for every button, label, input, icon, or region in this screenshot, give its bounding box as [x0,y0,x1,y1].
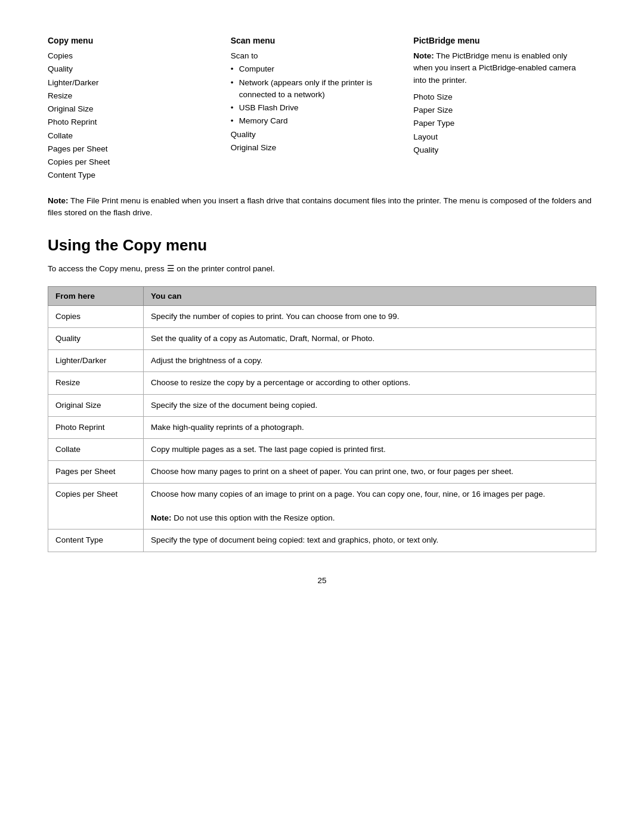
list-item: Copies per Sheet [48,156,219,168]
copy-menu-table: From here You can Copies Specify the num… [48,286,596,552]
top-menu-section: Copy menu Copies Quality Lighter/Darker … [48,36,596,183]
intro-text: To access the Copy menu, press ☰ on the … [48,263,596,275]
list-item: Quality [231,129,402,141]
table-row: Content Type Specify the type of documen… [48,529,596,552]
table-cell-from: Lighter/Darker [48,350,144,372]
scan-menu-title: Scan menu [231,36,402,45]
table-cell-you-can: Adjust the brightness of a copy. [144,350,596,372]
table-cell-from: Copies per Sheet [48,483,144,529]
table-cell-from: Collate [48,439,144,461]
table-row: Copies per Sheet Choose how many copies … [48,483,596,529]
list-item: Quality [413,144,584,156]
list-item: Memory Card [231,115,402,127]
list-item: Content Type [48,169,219,181]
table-cell-you-can: Specify the size of the document being c… [144,394,596,416]
copy-menu-col: Copy menu Copies Quality Lighter/Darker … [48,36,231,183]
table-cell-you-can: Specify the number of copies to print. Y… [144,305,596,327]
table-cell-from: Photo Reprint [48,416,144,438]
table-header-from: From here [48,286,144,305]
list-item: Quality [48,63,219,75]
list-item: Photo Reprint [48,116,219,128]
table-header-you-can: You can [144,286,596,305]
list-item: Scan to [231,50,402,62]
table-cell-you-can: Set the quality of a copy as Automatic, … [144,327,596,349]
copy-menu-title: Copy menu [48,36,219,45]
list-item: Collate [48,130,219,142]
table-cell-from: Resize [48,372,144,394]
list-item: Layout [413,131,584,143]
list-item: Pages per Sheet [48,143,219,155]
table-row: Original Size Specify the size of the do… [48,394,596,416]
table-row: Collate Copy multiple pages as a set. Th… [48,439,596,461]
file-print-note: Note: The File Print menu is enabled whe… [48,195,596,220]
table-row: Quality Set the quality of a copy as Aut… [48,327,596,349]
table-cell-you-can: Choose how many copies of an image to pr… [144,483,596,529]
list-item: Lighter/Darker [48,77,219,89]
table-row: Resize Choose to resize the copy by a pe… [48,372,596,394]
table-row: Pages per Sheet Choose how many pages to… [48,461,596,483]
table-cell-from: Original Size [48,394,144,416]
table-row: Lighter/Darker Adjust the brightness of … [48,350,596,372]
table-row: Copies Specify the number of copies to p… [48,305,596,327]
table-cell-you-can: Choose to resize the copy by a percentag… [144,372,596,394]
list-item: Copies [48,50,219,62]
table-cell-you-can: Specify the type of document being copie… [144,529,596,552]
table-cell-from: Copies [48,305,144,327]
table-cell-you-can: Copy multiple pages as a set. The last p… [144,439,596,461]
list-item: Resize [48,90,219,102]
pictbridge-note: Note: The PictBridge menu is enabled onl… [413,50,584,86]
pictbridge-menu-list: Photo Size Paper Size Paper Type Layout … [413,91,584,156]
list-item: Original Size [48,103,219,115]
table-cell-from: Content Type [48,529,144,552]
list-item: Paper Type [413,117,584,129]
pictbridge-menu-title: PictBridge menu [413,36,584,45]
list-item: Computer [231,63,402,75]
table-row: Photo Reprint Make high-quality reprints… [48,416,596,438]
list-item: Network (appears only if the printer is … [231,77,402,101]
scan-menu-list: Scan to Computer Network (appears only i… [231,50,402,154]
copy-menu-list: Copies Quality Lighter/Darker Resize Ori… [48,50,219,182]
list-item: USB Flash Drive [231,102,402,114]
list-item: Paper Size [413,104,584,116]
pictbridge-menu-col: PictBridge menu Note: The PictBridge men… [413,36,596,183]
table-cell-from: Quality [48,327,144,349]
list-item: Original Size [231,142,402,154]
page-number: 25 [48,576,596,585]
table-cell-from: Pages per Sheet [48,461,144,483]
section-title: Using the Copy menu [48,236,596,255]
scan-menu-col: Scan menu Scan to Computer Network (appe… [231,36,414,183]
table-cell-you-can: Make high-quality reprints of a photogra… [144,416,596,438]
list-item: Photo Size [413,91,584,103]
table-cell-you-can: Choose how many pages to print on a shee… [144,461,596,483]
